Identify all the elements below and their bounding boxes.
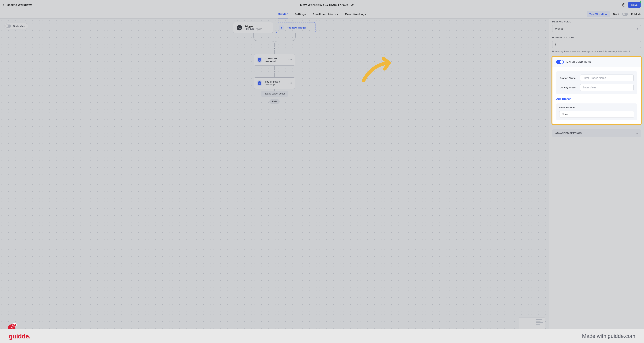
- minimap-bar: [536, 321, 540, 321]
- step-record-voicemail[interactable]: #1 Record voicemail •••: [254, 54, 296, 66]
- draft-label: Draft: [613, 13, 619, 16]
- save-button[interactable]: Save: [628, 2, 640, 8]
- stats-view-toggle-pill[interactable]: Stats View: [4, 23, 28, 29]
- add-branch-link[interactable]: Add Branch: [556, 97, 637, 100]
- plus-icon: +: [279, 25, 284, 30]
- none-branch-input[interactable]: [559, 111, 634, 118]
- workflow-canvas[interactable]: Stats View Trigger Start IVR Trigger: [0, 19, 549, 343]
- none-branch-box: None Branch: [556, 103, 637, 120]
- advanced-settings-section[interactable]: ADVANCED SETTINGS: [552, 129, 641, 137]
- step2-label: Say or play a message: [265, 80, 286, 86]
- loops-input[interactable]: [552, 41, 641, 48]
- minimap-bar: [536, 324, 540, 324]
- step-icon-bg: [257, 57, 262, 63]
- test-workflow-button[interactable]: Test Workflow: [587, 11, 610, 17]
- tab-settings[interactable]: Settings: [294, 10, 306, 19]
- end-node: END: [270, 99, 280, 104]
- none-branch-label: None Branch: [559, 106, 634, 109]
- step1-label: #1 Record voicemail: [265, 57, 286, 63]
- phone-icon: [237, 25, 242, 31]
- loops-help-text: How many times should the message be rep…: [552, 50, 641, 53]
- match-conditions-toggle[interactable]: [556, 60, 564, 64]
- message-voice-select[interactable]: Woman ▲▼: [552, 25, 641, 32]
- branch-config-box: Branch Name On Key Press: [556, 71, 637, 94]
- select-action-button[interactable]: Please select action: [261, 91, 288, 97]
- add-new-trigger-button[interactable]: + Add New Trigger: [276, 22, 316, 33]
- guidde-logo: guidde.: [9, 332, 30, 340]
- trigger-subtitle: Start IVR Trigger: [245, 28, 262, 31]
- publish-label: Publish: [631, 13, 640, 16]
- connector-line: [274, 66, 275, 70]
- connector-line: [233, 33, 316, 47]
- add-step-plus[interactable]: +: [273, 47, 276, 50]
- guidde-badge-count: 36: [12, 323, 17, 326]
- add-step-plus[interactable]: +: [273, 70, 276, 73]
- tab-builder[interactable]: Builder: [278, 10, 288, 19]
- match-conditions-section: MATCH CONDITIONS Branch Name On Key Pres…: [552, 56, 642, 125]
- connector-line: [274, 89, 275, 91]
- workflow-title: New Workflow : 1715283177605: [300, 3, 348, 7]
- step-menu-icon[interactable]: •••: [288, 81, 292, 85]
- back-label: Back to Workflows: [7, 3, 32, 7]
- message-voice-section-label: MESSAGE VOICE: [552, 21, 641, 23]
- phone-out-icon: [258, 81, 262, 85]
- canvas-minimap[interactable]: [518, 317, 545, 331]
- connector-line: [274, 73, 275, 77]
- message-voice-value: Woman: [555, 27, 564, 30]
- made-with-text: Made with guidde.com: [582, 333, 635, 339]
- branch-name-input[interactable]: [580, 75, 634, 81]
- step-icon-bg: [257, 80, 262, 86]
- key-press-input[interactable]: [580, 84, 634, 91]
- match-conditions-title: MATCH CONDITIONS: [566, 61, 591, 63]
- trigger-title: Trigger: [245, 25, 262, 28]
- chevron-left-icon: [3, 4, 6, 6]
- connector-line: [274, 50, 275, 54]
- minimap-bar: [536, 319, 542, 320]
- properties-panel: MESSAGE VOICE Woman ▲▼ NUMBER OF LOOPS H…: [549, 19, 644, 343]
- tab-enrollment-history[interactable]: Enrollment History: [313, 10, 338, 19]
- branch-name-label: Branch Name: [560, 77, 577, 80]
- publish-toggle[interactable]: [622, 13, 628, 16]
- chevron-down-icon: [636, 132, 638, 135]
- advanced-settings-label: ADVANCED SETTINGS: [555, 132, 582, 135]
- step-menu-icon[interactable]: •••: [288, 58, 292, 62]
- tab-execution-logs[interactable]: Execution Logs: [345, 10, 366, 19]
- back-to-workflows-link[interactable]: Back to Workflows: [4, 3, 32, 7]
- step-say-play-message[interactable]: Say or play a message •••: [254, 77, 296, 89]
- minimap-bar: [536, 322, 543, 323]
- phone-out-icon: [258, 58, 262, 62]
- stats-view-label: Stats View: [13, 25, 26, 28]
- guidde-footer: guidde. Made with guidde.com: [0, 329, 644, 343]
- key-press-label: On Key Press: [560, 86, 577, 89]
- history-icon[interactable]: [622, 3, 626, 7]
- add-trigger-label: Add New Trigger: [287, 26, 306, 29]
- stats-view-toggle[interactable]: [6, 25, 11, 28]
- pencil-icon[interactable]: [351, 4, 354, 7]
- loops-section-label: NUMBER OF LOOPS: [552, 37, 641, 39]
- select-arrows-icon: ▲▼: [636, 28, 638, 30]
- trigger-card[interactable]: Trigger Start IVR Trigger: [233, 22, 273, 33]
